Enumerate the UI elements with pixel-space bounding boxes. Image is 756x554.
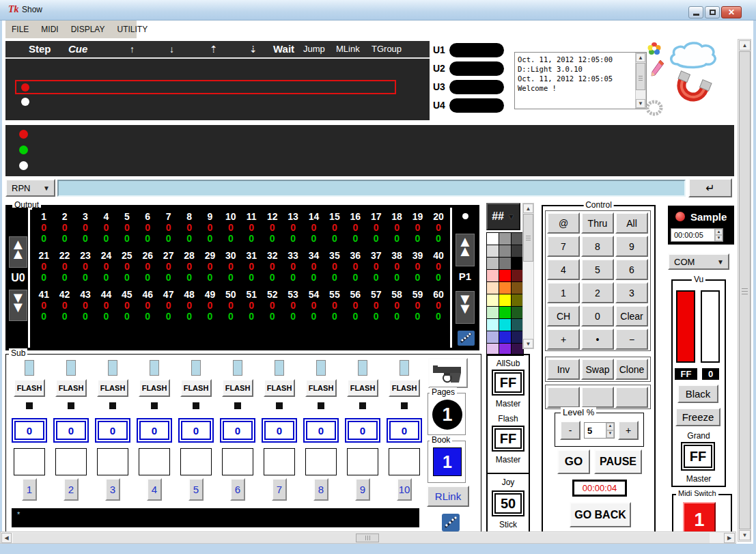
blank-button[interactable] (615, 387, 648, 408)
fader-handle[interactable] (400, 360, 409, 376)
key-swap[interactable]: Swap (581, 359, 614, 380)
flash-button[interactable]: FLASH (305, 379, 337, 397)
level-minus-button[interactable]: - (560, 421, 580, 440)
channel-number[interactable]: 29 (199, 250, 220, 261)
key-ch[interactable]: CH (547, 305, 580, 327)
fader-handle[interactable] (275, 360, 284, 376)
channel-number[interactable]: 49 (199, 289, 220, 300)
channel-number[interactable]: 40 (428, 250, 449, 261)
palette-selector[interactable]: ## ▼ (486, 203, 520, 230)
sub-number-button[interactable]: 4 (147, 478, 162, 501)
sub-label-box[interactable] (347, 448, 378, 475)
key-−[interactable]: − (615, 329, 648, 350)
sub-label-box[interactable] (14, 448, 45, 475)
key-7[interactable]: 7 (547, 236, 580, 257)
main-hscrollbar[interactable]: ◀ ▶ (0, 531, 736, 544)
blank-button[interactable] (547, 387, 580, 408)
sub-command-bar[interactable]: * (12, 508, 419, 527)
palette-color[interactable] (487, 294, 499, 306)
rlink-button[interactable]: RLink (427, 486, 469, 507)
menu-midi[interactable]: MIDI (35, 25, 64, 34)
channel-number[interactable]: 5 (117, 211, 137, 222)
palette-color[interactable] (487, 258, 499, 269)
sub-label-box[interactable] (222, 448, 253, 475)
channel-number[interactable]: 51 (241, 289, 262, 300)
palette-color[interactable] (487, 282, 499, 294)
channel-number[interactable]: 33 (283, 250, 303, 261)
pause-button[interactable]: PAUSE (594, 449, 642, 474)
channel-number[interactable]: 35 (324, 250, 345, 261)
channel-number[interactable]: 37 (366, 250, 387, 261)
channel-number[interactable]: 52 (262, 289, 282, 300)
flash-button[interactable]: FLASH (139, 379, 170, 397)
output-page-up-icon[interactable]: ▲▲ (456, 234, 475, 266)
key-3[interactable]: 3 (615, 282, 648, 303)
spinner-icons[interactable]: ▲▼ (714, 229, 723, 241)
minimize-button[interactable] (688, 6, 703, 18)
palette-color[interactable] (512, 270, 523, 281)
channel-number[interactable]: 15 (324, 211, 345, 222)
palette-color[interactable] (512, 282, 523, 294)
palette-color[interactable] (499, 307, 511, 318)
palette-color[interactable] (499, 294, 511, 306)
key-5[interactable]: 5 (581, 259, 614, 280)
palette-color[interactable] (499, 282, 511, 294)
log-scroll-thumb[interactable] (636, 63, 645, 90)
sub-label-box[interactable] (305, 448, 337, 475)
channel-number[interactable]: 9 (199, 211, 220, 222)
fader-handle[interactable] (25, 360, 34, 376)
palette-color[interactable] (487, 233, 499, 245)
output-universe-up-icon[interactable]: ▲▲ (9, 236, 27, 268)
channel-number[interactable]: 56 (345, 289, 365, 300)
channel-number[interactable]: 23 (75, 250, 96, 261)
gun-button[interactable] (428, 358, 468, 388)
key-+[interactable]: + (547, 329, 580, 350)
grand-master-display[interactable]: FF (681, 442, 715, 471)
book-indicator[interactable]: 1 (433, 447, 462, 476)
sub-label-box[interactable] (389, 448, 420, 475)
channel-number[interactable]: 21 (33, 250, 54, 261)
channel-number[interactable]: 36 (345, 250, 365, 261)
palette-color[interactable] (499, 270, 511, 281)
palette-color[interactable] (487, 270, 499, 281)
key-inv[interactable]: Inv (547, 359, 580, 380)
palette-color[interactable] (512, 245, 523, 257)
fader-handle[interactable] (233, 360, 242, 376)
channel-number[interactable]: 53 (283, 289, 303, 300)
palette-color[interactable] (512, 319, 523, 331)
spinner-icons[interactable]: ▲▼ (606, 423, 614, 438)
channel-number[interactable]: 54 (303, 289, 324, 300)
channel-number[interactable]: 18 (387, 211, 407, 222)
channel-number[interactable]: 59 (407, 289, 428, 300)
channel-number[interactable]: 3 (75, 211, 96, 222)
fade-up-arrow-icon[interactable]: ↑ (130, 44, 135, 55)
fader-handle[interactable] (108, 360, 117, 376)
key-•[interactable]: • (581, 329, 614, 350)
palette-color[interactable] (512, 294, 523, 306)
output-wand-icon[interactable] (458, 331, 475, 348)
sub-label-box[interactable] (264, 448, 295, 475)
palette-scroll-down-icon[interactable]: ▼ (523, 339, 533, 348)
sub-number-button[interactable]: 10 (397, 478, 412, 501)
palette-color[interactable] (499, 245, 511, 257)
close-button[interactable]: ✕ (721, 6, 742, 18)
sub-number-button[interactable]: 7 (272, 478, 287, 501)
channel-number[interactable]: 19 (407, 211, 428, 222)
flash-button[interactable]: FLASH (180, 379, 212, 397)
palette-color[interactable] (499, 258, 511, 269)
flash-button[interactable]: FLASH (389, 379, 420, 397)
key-@[interactable]: @ (547, 212, 580, 234)
channel-number[interactable]: 4 (96, 211, 116, 222)
hscroll-thumb[interactable] (356, 534, 379, 542)
channel-number[interactable]: 7 (158, 211, 178, 222)
key-thru[interactable]: Thru (581, 212, 614, 234)
joy-display[interactable]: 50 (492, 490, 524, 516)
channel-number[interactable]: 57 (366, 289, 387, 300)
command-mode-select[interactable]: RPN ▼ (5, 179, 55, 197)
sub-label-box[interactable] (180, 448, 212, 475)
channel-number[interactable]: 28 (179, 250, 199, 261)
key-all[interactable]: All (615, 212, 648, 234)
key-2[interactable]: 2 (581, 282, 614, 303)
sample-time-spinbox[interactable]: 00:00:05 ▲▼ (671, 228, 723, 242)
black-button[interactable]: Black (677, 385, 718, 403)
